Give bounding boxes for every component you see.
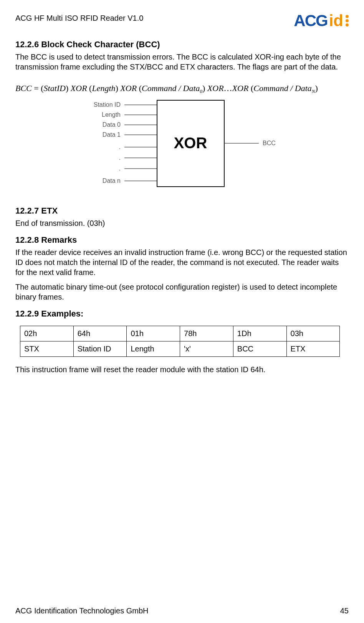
diagram-label-data1: Data 1 [103, 131, 121, 138]
formula-cmdn: Command / Data [253, 83, 312, 93]
formula-lp3: ( [137, 83, 142, 93]
page-footer: ACG Identification Technologies GmbH 45 [15, 606, 349, 615]
table-cell: 64h [73, 326, 127, 341]
table-cell: Length [127, 341, 180, 357]
paragraph-after-table: This instruction frame will reset the re… [15, 365, 349, 374]
table-cell: BCC [233, 341, 286, 357]
diagram-label-dot1: . [119, 144, 121, 150]
formula-cmd0: Command / Data [142, 83, 200, 93]
heading-examples: 12.2.9 Examples: [15, 309, 349, 319]
formula-statid: StatID [44, 83, 66, 93]
example-table: 02h 64h 01h 78h 1Dh 03h STX Station ID L… [20, 326, 340, 357]
table-cell: 03h [286, 326, 340, 341]
formula-close: ) [315, 83, 318, 93]
formula-lp2: ( [87, 83, 92, 93]
paragraph-remarks-2: The automatic binary time-out (see proto… [15, 282, 349, 302]
logo-text-acg: ACG [294, 12, 327, 30]
diagram-label-length: Length [102, 111, 121, 118]
table-cell: 1Dh [233, 326, 286, 341]
formula-rp1: ) [66, 83, 71, 93]
table-cell: STX [20, 341, 74, 357]
table-row: 02h 64h 01h 78h 1Dh 03h [20, 326, 340, 341]
xor-diagram: Station ID Length Data 0 Data 1 . . . Da… [74, 98, 290, 198]
diagram-label-datan: Data n [103, 177, 121, 184]
diagram-label-data0: Data 0 [103, 121, 121, 128]
xor-label: XOR [174, 134, 207, 151]
table-cell: ETX [286, 341, 340, 357]
diagram-label-dot3: . [119, 165, 121, 172]
table-cell: 78h [180, 326, 233, 341]
table-row: STX Station ID Length 'x' BCC ETX [20, 341, 340, 357]
logo-dots-icon [346, 15, 349, 27]
formula-xor3: XOR [207, 83, 224, 93]
formula-length: Length [92, 83, 115, 93]
diagram-output-bcc: BCC [263, 140, 276, 146]
paragraph-etx: End of transmission. (03h) [15, 218, 349, 228]
bcc-formula: BCC = (StatID) XOR (Length) XOR (Command… [15, 83, 349, 94]
table-cell: 02h [20, 326, 74, 341]
page-header: ACG HF Multi ISO RFID Reader V1.0 ACG id [15, 12, 349, 30]
table-cell: 01h [127, 326, 180, 341]
formula-rp2: ) [116, 83, 121, 93]
formula-dots: … [224, 83, 232, 93]
acg-logo: ACG id [294, 12, 349, 30]
formula-lp4: ( [248, 83, 253, 93]
paragraph-bcc: The BCC is used to detect transmission e… [15, 52, 349, 72]
footer-company: ACG Identification Technologies GmbH [15, 606, 148, 615]
document-title: ACG HF Multi ISO RFID Reader V1.0 [15, 12, 143, 23]
formula-xor4: XOR [232, 83, 249, 93]
formula-bcc: BCC [15, 83, 32, 93]
heading-bcc: 12.2.6 Block Check Character (BCC) [15, 40, 349, 50]
heading-etx: 12.2.7 ETX [15, 206, 349, 216]
table-cell: Station ID [73, 341, 127, 357]
paragraph-remarks-1: If the reader device receives an invalid… [15, 247, 349, 277]
formula-rp3: ) [202, 83, 207, 93]
heading-remarks: 12.2.8 Remarks [15, 235, 349, 245]
table-cell: 'x' [180, 341, 233, 357]
diagram-label-dot2: . [119, 154, 121, 161]
formula-eq: = ( [32, 83, 44, 93]
formula-xor1: XOR [71, 83, 87, 93]
diagram-label-station-id: Station ID [94, 101, 121, 108]
logo-text-id: id [329, 12, 343, 30]
formula-xor2: XOR [120, 83, 137, 93]
footer-page-number: 45 [340, 606, 349, 615]
